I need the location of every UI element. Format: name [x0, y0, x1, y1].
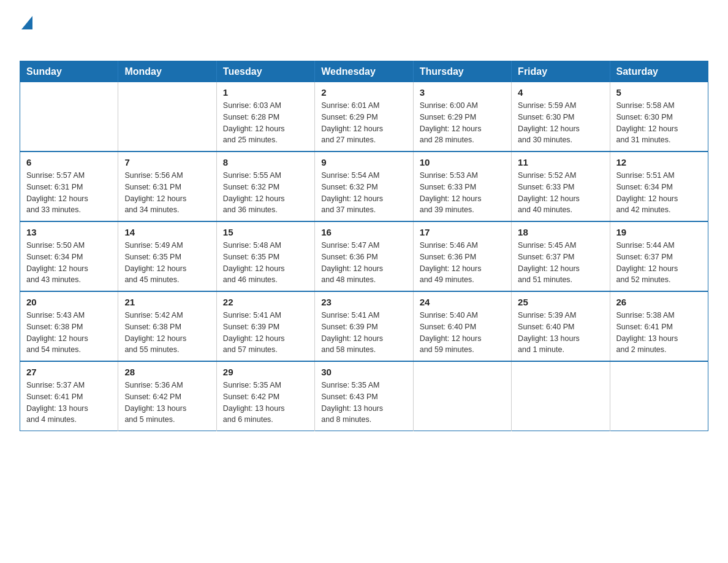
calendar-cell: 26Sunrise: 5:38 AM Sunset: 6:41 PM Dayli…: [610, 291, 708, 361]
day-info: Sunrise: 6:01 AM Sunset: 6:29 PM Dayligh…: [321, 100, 406, 146]
day-number: 3: [420, 87, 505, 98]
calendar-cell: 11Sunrise: 5:52 AM Sunset: 6:33 PM Dayli…: [512, 151, 610, 221]
day-number: 19: [616, 227, 702, 237]
calendar-cell: 2Sunrise: 6:01 AM Sunset: 6:29 PM Daylig…: [315, 82, 413, 151]
day-info: Sunrise: 5:41 AM Sunset: 6:39 PM Dayligh…: [321, 310, 406, 356]
day-number: 27: [26, 367, 112, 377]
calendar-cell: 10Sunrise: 5:53 AM Sunset: 6:33 PM Dayli…: [413, 151, 511, 221]
calendar-week-3: 13Sunrise: 5:50 AM Sunset: 6:34 PM Dayli…: [20, 221, 708, 291]
page-header: [20, 15, 708, 51]
calendar-cell: [413, 361, 511, 431]
day-info: Sunrise: 5:43 AM Sunset: 6:38 PM Dayligh…: [26, 310, 112, 356]
calendar-header-row: SundayMondayTuesdayWednesdayThursdayFrid…: [20, 61, 708, 83]
day-number: 24: [420, 297, 505, 307]
day-number: 12: [616, 157, 702, 167]
header-day-thursday: Thursday: [413, 61, 511, 83]
calendar-cell: 3Sunrise: 6:00 AM Sunset: 6:29 PM Daylig…: [413, 82, 511, 151]
calendar-cell: 22Sunrise: 5:41 AM Sunset: 6:39 PM Dayli…: [216, 291, 314, 361]
calendar-cell: 5Sunrise: 5:58 AM Sunset: 6:30 PM Daylig…: [610, 82, 708, 151]
day-number: 2: [321, 87, 406, 98]
calendar-cell: [20, 82, 118, 151]
day-number: 14: [124, 227, 210, 237]
header-day-monday: Monday: [118, 61, 216, 83]
header-day-wednesday: Wednesday: [315, 61, 413, 83]
day-info: Sunrise: 6:00 AM Sunset: 6:29 PM Dayligh…: [420, 100, 505, 146]
day-info: Sunrise: 5:51 AM Sunset: 6:34 PM Dayligh…: [616, 170, 702, 216]
day-number: 23: [321, 297, 406, 307]
header-day-saturday: Saturday: [610, 61, 708, 83]
calendar-cell: 12Sunrise: 5:51 AM Sunset: 6:34 PM Dayli…: [610, 151, 708, 221]
calendar-cell: 18Sunrise: 5:45 AM Sunset: 6:37 PM Dayli…: [512, 221, 610, 291]
calendar-cell: [512, 361, 610, 431]
day-number: 6: [26, 157, 112, 167]
calendar-cell: 21Sunrise: 5:42 AM Sunset: 6:38 PM Dayli…: [118, 291, 216, 361]
day-number: 7: [124, 157, 210, 167]
day-info: Sunrise: 5:54 AM Sunset: 6:32 PM Dayligh…: [321, 170, 406, 216]
day-info: Sunrise: 6:03 AM Sunset: 6:28 PM Dayligh…: [223, 100, 308, 146]
day-info: Sunrise: 5:47 AM Sunset: 6:36 PM Dayligh…: [321, 240, 406, 286]
calendar-week-4: 20Sunrise: 5:43 AM Sunset: 6:38 PM Dayli…: [20, 291, 708, 361]
day-info: Sunrise: 5:58 AM Sunset: 6:30 PM Dayligh…: [616, 100, 702, 146]
day-number: 11: [518, 157, 603, 167]
day-number: 9: [321, 157, 406, 167]
day-info: Sunrise: 5:40 AM Sunset: 6:40 PM Dayligh…: [420, 310, 505, 356]
logo-row2: [21, 32, 32, 51]
day-info: Sunrise: 5:49 AM Sunset: 6:35 PM Dayligh…: [124, 240, 210, 286]
day-number: 30: [321, 367, 406, 377]
day-info: Sunrise: 5:53 AM Sunset: 6:33 PM Dayligh…: [420, 170, 505, 216]
calendar-cell: 17Sunrise: 5:46 AM Sunset: 6:36 PM Dayli…: [413, 221, 511, 291]
calendar-cell: 27Sunrise: 5:37 AM Sunset: 6:41 PM Dayli…: [20, 361, 118, 431]
day-number: 4: [518, 87, 603, 98]
calendar-cell: [118, 82, 216, 151]
calendar-cell: 19Sunrise: 5:44 AM Sunset: 6:37 PM Dayli…: [610, 221, 708, 291]
day-info: Sunrise: 5:57 AM Sunset: 6:31 PM Dayligh…: [26, 170, 112, 216]
day-number: 25: [518, 297, 603, 307]
day-number: 18: [518, 227, 603, 237]
day-number: 29: [223, 367, 308, 377]
day-number: 5: [616, 87, 702, 98]
calendar-cell: 9Sunrise: 5:54 AM Sunset: 6:32 PM Daylig…: [315, 151, 413, 221]
calendar-week-2: 6Sunrise: 5:57 AM Sunset: 6:31 PM Daylig…: [20, 151, 708, 221]
calendar-cell: [610, 361, 708, 431]
calendar-cell: 16Sunrise: 5:47 AM Sunset: 6:36 PM Dayli…: [315, 221, 413, 291]
day-info: Sunrise: 5:50 AM Sunset: 6:34 PM Dayligh…: [26, 240, 112, 286]
day-info: Sunrise: 5:42 AM Sunset: 6:38 PM Dayligh…: [124, 310, 210, 356]
logo-triangle-icon: [21, 16, 32, 32]
calendar-cell: 29Sunrise: 5:35 AM Sunset: 6:42 PM Dayli…: [216, 361, 314, 431]
calendar-cell: 20Sunrise: 5:43 AM Sunset: 6:38 PM Dayli…: [20, 291, 118, 361]
day-info: Sunrise: 5:38 AM Sunset: 6:41 PM Dayligh…: [616, 310, 702, 356]
calendar-cell: 1Sunrise: 6:03 AM Sunset: 6:28 PM Daylig…: [216, 82, 314, 151]
calendar-cell: 13Sunrise: 5:50 AM Sunset: 6:34 PM Dayli…: [20, 221, 118, 291]
calendar-header: SundayMondayTuesdayWednesdayThursdayFrid…: [20, 61, 708, 83]
day-info: Sunrise: 5:59 AM Sunset: 6:30 PM Dayligh…: [518, 100, 603, 146]
header-day-tuesday: Tuesday: [216, 61, 314, 83]
header-day-sunday: Sunday: [20, 61, 118, 83]
day-info: Sunrise: 5:39 AM Sunset: 6:40 PM Dayligh…: [518, 310, 603, 356]
day-info: Sunrise: 5:52 AM Sunset: 6:33 PM Dayligh…: [518, 170, 603, 216]
logo-row1: [20, 15, 32, 32]
calendar-cell: 30Sunrise: 5:35 AM Sunset: 6:43 PM Dayli…: [315, 361, 413, 431]
calendar-cell: 8Sunrise: 5:55 AM Sunset: 6:32 PM Daylig…: [216, 151, 314, 221]
day-info: Sunrise: 5:55 AM Sunset: 6:32 PM Dayligh…: [223, 170, 308, 216]
day-info: Sunrise: 5:45 AM Sunset: 6:37 PM Dayligh…: [518, 240, 603, 286]
logo: [20, 15, 32, 51]
day-number: 22: [223, 297, 308, 307]
calendar-week-1: 1Sunrise: 6:03 AM Sunset: 6:28 PM Daylig…: [20, 82, 708, 151]
day-number: 10: [420, 157, 505, 167]
header-day-friday: Friday: [512, 61, 610, 83]
calendar-cell: 25Sunrise: 5:39 AM Sunset: 6:40 PM Dayli…: [512, 291, 610, 361]
day-number: 8: [223, 157, 308, 167]
day-info: Sunrise: 5:35 AM Sunset: 6:43 PM Dayligh…: [321, 380, 406, 426]
day-info: Sunrise: 5:35 AM Sunset: 6:42 PM Dayligh…: [223, 380, 308, 426]
day-number: 1: [223, 87, 308, 98]
day-info: Sunrise: 5:46 AM Sunset: 6:36 PM Dayligh…: [420, 240, 505, 286]
day-info: Sunrise: 5:48 AM Sunset: 6:35 PM Dayligh…: [223, 240, 308, 286]
day-number: 16: [321, 227, 406, 237]
calendar-cell: 14Sunrise: 5:49 AM Sunset: 6:35 PM Dayli…: [118, 221, 216, 291]
day-number: 15: [223, 227, 308, 237]
day-info: Sunrise: 5:37 AM Sunset: 6:41 PM Dayligh…: [26, 380, 112, 426]
day-number: 20: [26, 297, 112, 307]
day-number: 21: [124, 297, 210, 307]
day-info: Sunrise: 5:36 AM Sunset: 6:42 PM Dayligh…: [124, 380, 210, 426]
day-info: Sunrise: 5:44 AM Sunset: 6:37 PM Dayligh…: [616, 240, 702, 286]
